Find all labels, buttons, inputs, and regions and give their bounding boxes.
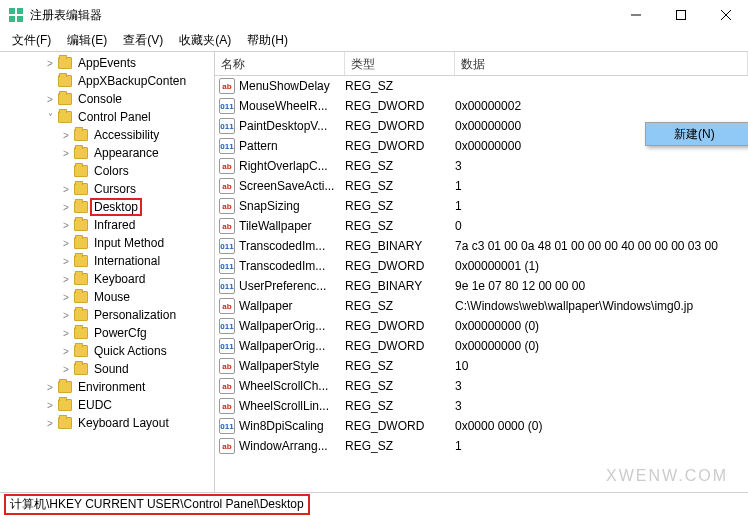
value-data: 3 <box>455 159 748 173</box>
tree-item[interactable]: >PowerCfg <box>0 324 214 342</box>
tree-label: Appearance <box>92 146 161 160</box>
binary-icon: 011 <box>219 418 235 434</box>
expand-icon[interactable]: > <box>60 130 72 141</box>
expand-icon[interactable]: > <box>44 382 56 393</box>
tree-item[interactable]: >Cursors <box>0 180 214 198</box>
list-row[interactable]: abRightOverlapC...REG_SZ3 <box>215 156 748 176</box>
binary-icon: 011 <box>219 318 235 334</box>
value-name: TranscodedIm... <box>239 259 345 273</box>
expand-icon[interactable]: > <box>60 364 72 375</box>
list-row[interactable]: abWallpaperREG_SZC:\Windows\web\wallpape… <box>215 296 748 316</box>
tree-item[interactable]: >Input Method <box>0 234 214 252</box>
list-row[interactable]: abMenuShowDelayREG_SZ <box>215 76 748 96</box>
list-row[interactable]: abWheelScrollLin...REG_SZ3 <box>215 396 748 416</box>
tree-panel[interactable]: >AppEventsAppXBackupConten>Console˅Contr… <box>0 52 215 492</box>
tree-item[interactable]: >Desktop <box>0 198 214 216</box>
list-row[interactable]: abWheelScrollCh...REG_SZ3 <box>215 376 748 396</box>
tree-item[interactable]: >Keyboard Layout <box>0 414 214 432</box>
expand-icon[interactable]: > <box>60 148 72 159</box>
tree-item[interactable]: >Quick Actions <box>0 342 214 360</box>
expand-icon[interactable]: > <box>44 58 56 69</box>
string-icon: ab <box>219 398 235 414</box>
ctx-new[interactable]: 新建(N) ▶ <box>646 123 748 145</box>
app-icon <box>8 7 24 23</box>
menu-help[interactable]: 帮助(H) <box>239 30 296 51</box>
maximize-button[interactable] <box>658 0 703 30</box>
col-data[interactable]: 数据 <box>455 52 748 75</box>
tree-item[interactable]: >Mouse <box>0 288 214 306</box>
expand-icon[interactable]: > <box>60 256 72 267</box>
tree-item[interactable]: >Keyboard <box>0 270 214 288</box>
tree-item[interactable]: ˅Control Panel <box>0 108 214 126</box>
list-row[interactable]: 011WallpaperOrig...REG_DWORD0x00000000 (… <box>215 316 748 336</box>
expand-icon[interactable]: > <box>44 400 56 411</box>
list-row[interactable]: 011UserPreferenc...REG_BINARY9e 1e 07 80… <box>215 276 748 296</box>
tree-item[interactable]: >Environment <box>0 378 214 396</box>
string-icon: ab <box>219 218 235 234</box>
expand-icon[interactable]: > <box>44 94 56 105</box>
expand-icon[interactable]: > <box>60 346 72 357</box>
tree-item[interactable]: >Accessibility <box>0 126 214 144</box>
expand-icon[interactable]: > <box>60 310 72 321</box>
expand-icon[interactable]: > <box>60 292 72 303</box>
expand-icon[interactable]: > <box>60 202 72 213</box>
tree-item[interactable]: >Appearance <box>0 144 214 162</box>
list-row[interactable]: 011TranscodedIm...REG_BINARY7a c3 01 00 … <box>215 236 748 256</box>
expand-icon[interactable]: > <box>60 220 72 231</box>
tree-item[interactable]: AppXBackupConten <box>0 72 214 90</box>
tree-item[interactable]: >EUDC <box>0 396 214 414</box>
expand-icon[interactable]: > <box>44 418 56 429</box>
list-header: 名称 类型 数据 <box>215 52 748 76</box>
expand-icon[interactable]: > <box>60 238 72 249</box>
menu-edit[interactable]: 编辑(E) <box>59 30 115 51</box>
tree-item[interactable]: >Console <box>0 90 214 108</box>
list-row[interactable]: abSnapSizingREG_SZ1 <box>215 196 748 216</box>
string-icon: ab <box>219 298 235 314</box>
list-row[interactable]: 011TranscodedIm...REG_DWORD0x00000001 (1… <box>215 256 748 276</box>
value-name: PaintDesktopV... <box>239 119 345 133</box>
list-row[interactable]: abWindowArrang...REG_SZ1 <box>215 436 748 456</box>
tree-item[interactable]: >AppEvents <box>0 54 214 72</box>
list-row[interactable]: 011MouseWheelR...REG_DWORD0x00000002 <box>215 96 748 116</box>
tree-item[interactable]: >Sound <box>0 360 214 378</box>
close-button[interactable] <box>703 0 748 30</box>
expand-icon[interactable]: > <box>60 328 72 339</box>
tree-label: Control Panel <box>76 110 153 124</box>
binary-icon: 011 <box>219 338 235 354</box>
value-type: REG_SZ <box>345 179 455 193</box>
value-name: WindowArrang... <box>239 439 345 453</box>
value-type: REG_BINARY <box>345 279 455 293</box>
list-row[interactable]: abWallpaperStyleREG_SZ10 <box>215 356 748 376</box>
tree-item[interactable]: Colors <box>0 162 214 180</box>
ctx-new-label: 新建(N) <box>674 126 715 143</box>
list-row[interactable]: 011Win8DpiScalingREG_DWORD0x0000 0000 (0… <box>215 416 748 436</box>
string-icon: ab <box>219 198 235 214</box>
menu-view[interactable]: 查看(V) <box>115 30 171 51</box>
value-data: 1 <box>455 179 748 193</box>
list-row[interactable]: abTileWallpaperREG_SZ0 <box>215 216 748 236</box>
tree-item[interactable]: >Personalization <box>0 306 214 324</box>
list-row[interactable]: 011WallpaperOrig...REG_DWORD0x00000000 (… <box>215 336 748 356</box>
menu-favorites[interactable]: 收藏夹(A) <box>171 30 239 51</box>
value-name: WallpaperOrig... <box>239 339 345 353</box>
value-data: 1 <box>455 199 748 213</box>
svg-rect-2 <box>9 16 15 22</box>
menu-file[interactable]: 文件(F) <box>4 30 59 51</box>
value-name: Pattern <box>239 139 345 153</box>
value-data: 7a c3 01 00 0a 48 01 00 00 00 40 00 00 0… <box>455 239 748 253</box>
status-path: 计算机\HKEY CURRENT USER\Control Panel\Desk… <box>6 496 308 513</box>
list-row[interactable]: abScreenSaveActi...REG_SZ1 <box>215 176 748 196</box>
tree-item[interactable]: >International <box>0 252 214 270</box>
value-type: REG_SZ <box>345 439 455 453</box>
tree-item[interactable]: >Infrared <box>0 216 214 234</box>
binary-icon: 011 <box>219 278 235 294</box>
value-name: WallpaperOrig... <box>239 319 345 333</box>
tree-label: Sound <box>92 362 131 376</box>
col-name[interactable]: 名称 <box>215 52 345 75</box>
value-data: C:\Windows\web\wallpaper\Windows\img0.jp <box>455 299 748 313</box>
expand-icon[interactable]: > <box>60 184 72 195</box>
minimize-button[interactable] <box>613 0 658 30</box>
expand-icon[interactable]: > <box>60 274 72 285</box>
col-type[interactable]: 类型 <box>345 52 455 75</box>
expand-icon[interactable]: ˅ <box>44 112 56 123</box>
